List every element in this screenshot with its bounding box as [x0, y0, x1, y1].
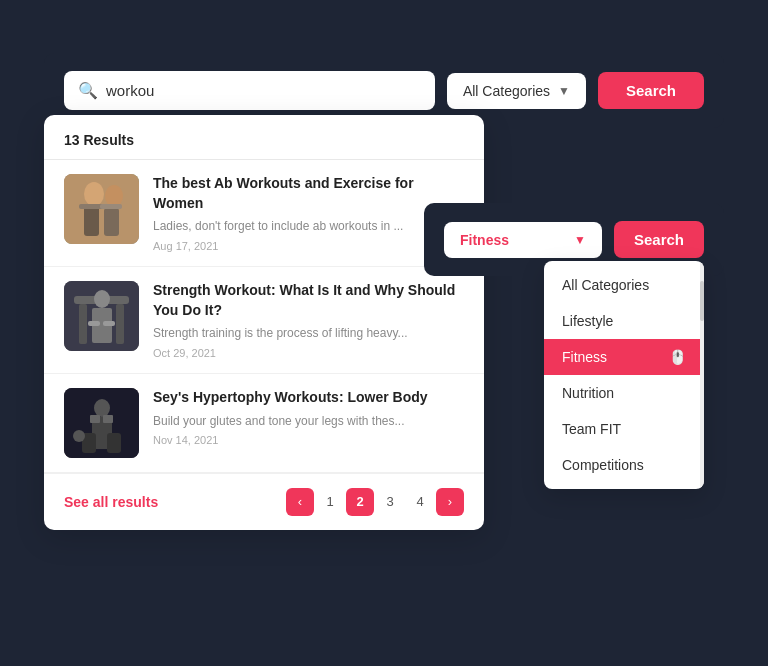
category-label-top: All Categories [463, 83, 550, 99]
svg-rect-3 [84, 206, 99, 236]
category-dropdown-second[interactable]: Fitness ▼ [444, 222, 602, 258]
dropdown-item-nutrition[interactable]: Nutrition [544, 375, 704, 411]
search-button-second[interactable]: Search [614, 221, 704, 258]
svg-rect-9 [79, 304, 87, 344]
result-title: The best Ab Workouts and Exercise for Wo… [153, 174, 464, 213]
dropdown-item-lifestyle[interactable]: Lifestyle [544, 303, 704, 339]
result-content: The best Ab Workouts and Exercise for Wo… [153, 174, 464, 252]
svg-rect-13 [88, 321, 100, 326]
search-icon: 🔍 [78, 81, 98, 100]
dropdown-item-team-fit[interactable]: Team FIT [544, 411, 704, 447]
result-date: Aug 17, 2021 [153, 240, 464, 252]
dropdown-item-competitions[interactable]: Competitions [544, 447, 704, 483]
result-date: Nov 14, 2021 [153, 434, 464, 446]
result-title: Strength Workout: What Is It and Why Sho… [153, 281, 464, 320]
pagination-page-2[interactable]: 2 [346, 488, 374, 516]
svg-point-2 [105, 185, 123, 207]
category-dropdown-menu: All Categories Lifestyle Fitness 🖱️ Nutr… [544, 261, 704, 489]
pagination-next[interactable]: › [436, 488, 464, 516]
result-thumbnail [64, 281, 139, 351]
cursor-placeholder: 🖱️ [669, 349, 686, 365]
pagination-page-3[interactable]: 3 [376, 488, 404, 516]
search-input[interactable] [106, 82, 421, 99]
svg-rect-4 [104, 208, 119, 236]
svg-rect-6 [100, 204, 122, 209]
chevron-down-icon: ▼ [558, 84, 570, 98]
pagination-page-1[interactable]: 1 [316, 488, 344, 516]
dropdown-item-fitness[interactable]: Fitness 🖱️ [544, 339, 704, 375]
svg-rect-10 [116, 304, 124, 344]
result-excerpt: Ladies, don't forget to include ab worko… [153, 218, 464, 235]
result-excerpt: Strength training is the process of lift… [153, 325, 464, 342]
scrollbar [700, 261, 704, 489]
dropdown-item-all-categories[interactable]: All Categories [544, 267, 704, 303]
result-date: Oct 29, 2021 [153, 347, 464, 359]
svg-rect-14 [103, 321, 115, 326]
result-content: Sey's Hypertophy Workouts: Lower Body Bu… [153, 388, 464, 446]
results-footer: See all results ‹ 1 2 3 4 › [44, 473, 484, 530]
result-content: Strength Workout: What Is It and Why Sho… [153, 281, 464, 359]
svg-point-16 [94, 399, 110, 417]
fitness-category-label: Fitness [460, 232, 566, 248]
result-title: Sey's Hypertophy Workouts: Lower Body [153, 388, 464, 408]
results-header: 13 Results [44, 115, 484, 160]
result-thumbnail [64, 388, 139, 458]
scrollbar-thumb [700, 281, 704, 321]
svg-point-22 [73, 430, 85, 442]
list-item[interactable]: Strength Workout: What Is It and Why Sho… [44, 267, 484, 374]
search-input-container: 🔍 [64, 71, 435, 110]
svg-rect-19 [107, 433, 121, 453]
dropdown-item-fitness-label: Fitness [562, 349, 607, 365]
list-item[interactable]: The best Ab Workouts and Exercise for Wo… [44, 160, 484, 267]
search-button-top[interactable]: Search [598, 72, 704, 109]
pagination-page-4[interactable]: 4 [406, 488, 434, 516]
see-all-link[interactable]: See all results [64, 494, 158, 510]
svg-rect-21 [103, 415, 113, 423]
category-dropdown-top[interactable]: All Categories ▼ [447, 73, 586, 109]
result-excerpt: Build your glutes and tone your legs wit… [153, 413, 464, 430]
pagination: ‹ 1 2 3 4 › [286, 488, 464, 516]
results-count: 13 Results [64, 132, 134, 148]
list-item[interactable]: Sey's Hypertophy Workouts: Lower Body Bu… [44, 374, 484, 473]
svg-rect-20 [90, 415, 100, 423]
pagination-prev[interactable]: ‹ [286, 488, 314, 516]
results-panel: 13 Results The best Ab Workouts and Exer… [44, 115, 484, 530]
svg-point-1 [84, 182, 104, 206]
svg-point-11 [94, 290, 110, 308]
result-thumbnail [64, 174, 139, 244]
chevron-down-icon-second: ▼ [574, 233, 586, 247]
